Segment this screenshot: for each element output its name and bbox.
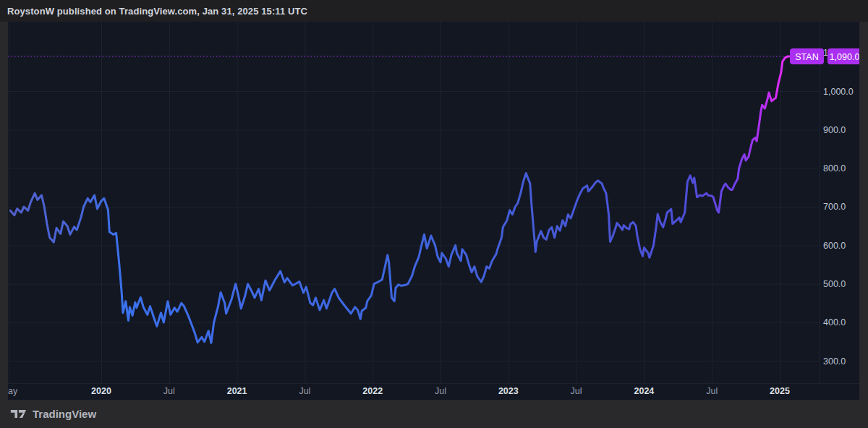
footer-bar: TradingView [0,400,868,428]
price-chart-svg[interactable]: 300.0400.0500.0600.0700.0800.0900.01,000… [8,22,859,400]
x-axis-label: 2025 [770,386,790,396]
chart-area[interactable]: 300.0400.0500.0600.0700.0800.0900.01,000… [8,22,859,400]
y-axis-label: 500.0 [823,279,846,289]
last-price-badge-label: 1,090.0 [830,52,859,62]
y-axis-label: 400.0 [823,317,846,328]
x-axis-label: Jul [163,386,175,396]
tradingview-snapshot: RoystonW published on TradingView.com, J… [0,0,868,428]
x-axis-label: 2023 [498,386,519,396]
tradingview-brand[interactable]: TradingView [33,408,96,420]
attribution-bar: RoystonW published on TradingView.com, J… [0,0,868,22]
x-axis-label: 2024 [634,386,654,396]
x-axis-label: 2021 [227,386,247,396]
x-axis-label: Jul [706,386,718,396]
x-axis-label: Jul [299,386,310,396]
y-axis-label: 800.0 [823,163,846,174]
y-axis-label: 1,000.0 [823,87,854,97]
x-axis-label: Jul [435,386,446,396]
y-axis-label: 700.0 [823,202,846,212]
y-axis-label: 300.0 [823,356,846,367]
x-axis-label: May [8,386,18,396]
y-axis-label: 900.0 [823,125,846,135]
x-axis-label: 2020 [91,386,111,396]
attribution-text: RoystonW published on TradingView.com, J… [7,6,307,17]
y-axis-label: 600.0 [823,241,846,251]
ticker-badge-label: STAN [795,52,818,62]
tradingview-logo-icon[interactable] [9,408,27,420]
price-line [10,56,789,343]
x-axis-label: 2022 [362,386,383,396]
x-axis-label: Jul [571,386,582,396]
